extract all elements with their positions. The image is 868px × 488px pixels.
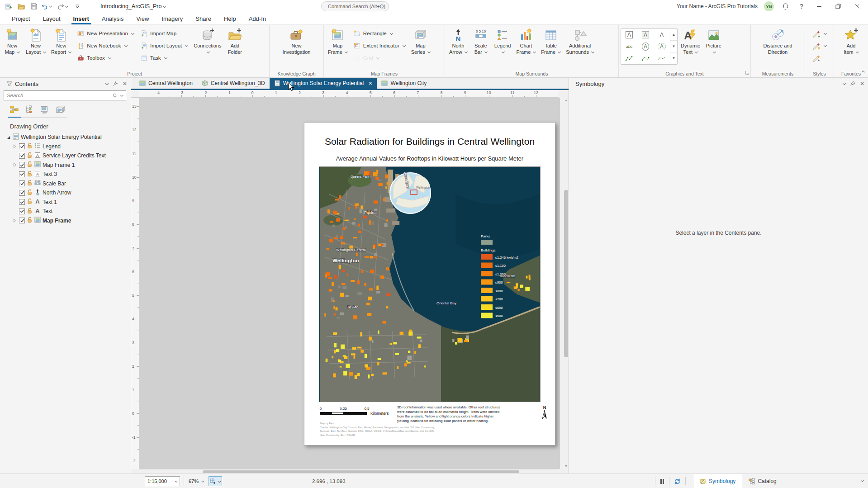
- menu-tab-project[interactable]: Project: [5, 13, 36, 24]
- filter-icon[interactable]: [6, 81, 12, 87]
- ribbon-button-new-investigation[interactable]: NewInvestigation: [280, 27, 313, 57]
- dock-options-icon[interactable]: [861, 479, 864, 482]
- open-project-button[interactable]: [16, 1, 26, 11]
- visibility-checkbox[interactable]: [19, 171, 25, 177]
- gallery-up-icon[interactable]: ▲: [670, 29, 677, 41]
- expander-closed-icon[interactable]: [12, 144, 17, 149]
- close-symbology-icon[interactable]: ✕: [860, 81, 864, 87]
- view-tab-wellington-city[interactable]: Wellington City: [377, 78, 431, 89]
- ribbon-button-add-item[interactable]: AddItem: [841, 27, 862, 57]
- ribbon-button-new-presentation[interactable]: New Presentation: [74, 28, 137, 39]
- ribbon-button-toolbox[interactable]: Toolbox: [74, 52, 137, 64]
- close-view-icon[interactable]: ✕: [368, 81, 372, 86]
- unlocked-icon[interactable]: [27, 189, 33, 197]
- project-name[interactable]: Introducing_ArcGIS_Pro: [100, 3, 166, 9]
- view-tab-central-wellington[interactable]: Central Wellington: [135, 78, 197, 89]
- map-subtitle-text[interactable]: Average Annual Values for Rooftops in Ki…: [304, 155, 555, 162]
- page-zoom-select[interactable]: 67%: [188, 479, 205, 484]
- dock-tab-symbology[interactable]: Symbology: [693, 474, 742, 488]
- ribbon-button-connections[interactable]: Connections: [191, 27, 223, 57]
- search-options-icon[interactable]: [120, 93, 123, 96]
- ribbon-button-import-layout[interactable]: Import Layout: [138, 40, 190, 52]
- symbology-menu-icon[interactable]: [843, 81, 846, 85]
- contents-search[interactable]: [4, 90, 126, 100]
- gallery-item[interactable]: A: [637, 29, 654, 41]
- contents-tab-element[interactable]: [39, 105, 51, 117]
- unlocked-icon[interactable]: [27, 208, 33, 215]
- menu-tab-view[interactable]: View: [130, 13, 155, 24]
- ribbon-button-extent-indicator[interactable]: Extent Indicator: [351, 40, 408, 52]
- menu-tab-insert[interactable]: Insert: [67, 13, 95, 24]
- account-name[interactable]: Your Name - ArcGIS Pro Tutorials: [677, 3, 758, 9]
- expander-closed-icon[interactable]: [12, 218, 17, 223]
- contents-tab-map-series[interactable]: [54, 105, 66, 117]
- map-scale-select[interactable]: 1:15,000: [145, 476, 180, 486]
- map-frame[interactable]: Wellington ParksBuildings≤1,246 kwh/m2≤1…: [319, 166, 541, 402]
- visibility-checkbox[interactable]: [19, 190, 25, 196]
- ribbon-button-style3[interactable]: [810, 52, 829, 64]
- ribbon-button-grid[interactable]: Grid: [351, 52, 408, 64]
- visibility-checkbox[interactable]: [19, 143, 25, 149]
- ribbon-button-style2[interactable]: [810, 40, 829, 52]
- ribbon-button-distance-and-direction[interactable]: Distance andDirection: [761, 27, 794, 57]
- visibility-checkbox[interactable]: [19, 153, 25, 159]
- unlocked-icon[interactable]: [27, 161, 33, 169]
- collapse-ribbon-icon[interactable]: [861, 69, 864, 76]
- layer-row-scale-bar[interactable]: 0 5 10Scale Bar: [3, 179, 131, 189]
- vertical-scroll-thumb[interactable]: [564, 190, 568, 357]
- unlocked-icon[interactable]: [27, 142, 33, 150]
- ribbon-button-chart-frame[interactable]: ChartFrame: [514, 27, 538, 57]
- visibility-checkbox[interactable]: [19, 162, 25, 168]
- close-contents-icon[interactable]: ✕: [123, 81, 127, 87]
- gallery-item[interactable]: [621, 52, 637, 64]
- menu-tab-add-in[interactable]: Add-In: [242, 13, 272, 24]
- visibility-checkbox[interactable]: [19, 180, 25, 186]
- refresh-icon[interactable]: [674, 478, 681, 485]
- view-tab-central-wellington-3d[interactable]: Central Wellington_3D: [197, 78, 270, 89]
- gallery-item[interactable]: A: [654, 29, 670, 41]
- ribbon-button-map-series[interactable]: MapSeries: [409, 27, 432, 57]
- map-note-text[interactable]: 3D roof information was used where avail…: [397, 405, 506, 423]
- scroll-up-icon[interactable]: ▲: [563, 98, 569, 103]
- unlocked-icon[interactable]: [27, 171, 33, 178]
- ribbon-button-task[interactable]: Task: [138, 52, 190, 64]
- save-project-button[interactable]: [29, 1, 39, 11]
- menu-tab-imagery[interactable]: Imagery: [155, 13, 189, 24]
- redo-button[interactable]: [54, 1, 70, 11]
- minimize-button[interactable]: [813, 1, 825, 12]
- view-tab-wellington-solar-energy-potential[interactable]: Wellington Solar Energy Potential✕: [270, 78, 377, 89]
- menu-tab-layout[interactable]: Layout: [36, 13, 66, 24]
- horizontal-scrollbar[interactable]: [139, 469, 559, 474]
- menu-tab-analysis[interactable]: Analysis: [95, 13, 130, 24]
- layout-page[interactable]: Solar Radiation for Buildings in Central…: [304, 122, 555, 445]
- ribbon-button-legend[interactable]: Legend: [492, 27, 513, 57]
- gallery-expand-icon[interactable]: ▼: [670, 52, 677, 64]
- horizontal-scroll-thumb[interactable]: [203, 470, 519, 473]
- layer-row-legend[interactable]: Legend: [3, 142, 131, 152]
- ribbon-button-dynamic-text[interactable]: ADynamicText: [678, 27, 702, 57]
- avatar[interactable]: YN: [764, 1, 774, 11]
- unlocked-icon[interactable]: [27, 198, 33, 206]
- gallery-item[interactable]: [637, 52, 654, 64]
- customize-quick-access-button[interactable]: [72, 1, 82, 11]
- layout-canvas[interactable]: Solar Radiation for Buildings in Central…: [139, 98, 560, 469]
- gallery-item[interactable]: A: [654, 41, 670, 52]
- visibility-checkbox[interactable]: [19, 208, 25, 214]
- snapping-toggle[interactable]: [209, 476, 222, 486]
- scroll-down-icon[interactable]: ▼: [563, 464, 569, 469]
- layer-row-text-3[interactable]: AText 3: [3, 170, 131, 179]
- contents-menu-icon[interactable]: [105, 81, 109, 85]
- north-arrow-element[interactable]: N: [541, 405, 549, 421]
- notifications-bell-icon[interactable]: [780, 1, 790, 11]
- gallery-item[interactable]: [654, 52, 670, 64]
- ribbon-button-style1[interactable]: [810, 28, 829, 39]
- close-window-button[interactable]: [851, 1, 863, 12]
- command-search-box[interactable]: Command Search (Alt+Q): [321, 1, 389, 11]
- new-project-button[interactable]: [4, 1, 14, 11]
- layer-row-north-arrow[interactable]: NNorth Arrow: [3, 188, 131, 198]
- layer-row-service-layer-credits-text[interactable]: AService Layer Credits Text: [3, 151, 131, 161]
- gallery-item[interactable]: A: [637, 41, 654, 52]
- help-icon[interactable]: ?: [797, 1, 806, 11]
- duplicate-map-frame-icon[interactable]: [433, 28, 442, 39]
- dock-tab-catalog[interactable]: Catalog: [742, 474, 783, 488]
